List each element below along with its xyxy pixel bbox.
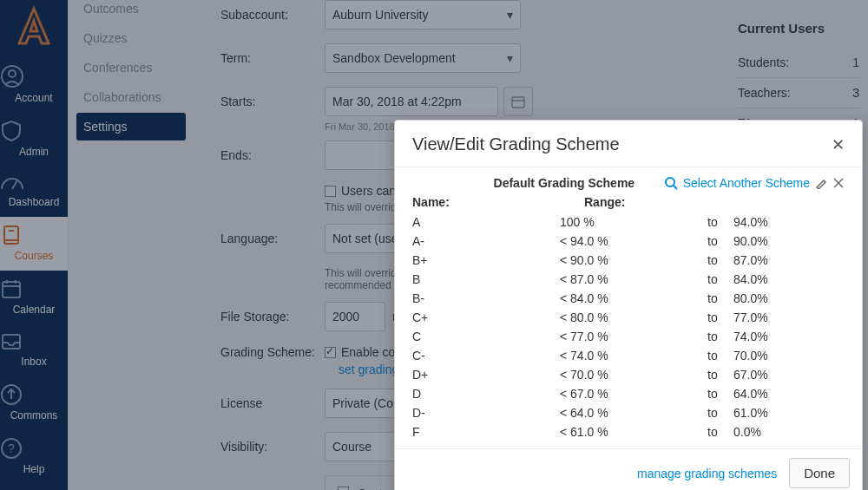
scheme-row: B< 87.0 %to84.0% xyxy=(412,270,845,289)
to-word: to xyxy=(707,368,733,382)
select-another-scheme-link[interactable]: Select Another Scheme xyxy=(683,176,810,190)
grade-name: B+ xyxy=(412,253,560,267)
grading-scheme-modal: View/Edit Grading Scheme ✕ Default Gradi… xyxy=(394,120,863,490)
grade-name: B xyxy=(412,272,560,286)
scheme-title: Default Grading Scheme xyxy=(464,176,664,190)
to-word: to xyxy=(707,272,733,286)
to-word: to xyxy=(707,406,733,420)
grade-to: 77.0% xyxy=(733,310,768,324)
grade-from: < 64.0 % xyxy=(560,406,707,420)
grade-to: 90.0% xyxy=(733,234,768,248)
scheme-row: D-< 64.0 %to61.0% xyxy=(412,403,845,422)
grade-name: A xyxy=(412,215,560,229)
to-word: to xyxy=(707,253,733,267)
to-word: to xyxy=(707,234,733,248)
grade-to: 84.0% xyxy=(733,272,768,286)
grade-from: < 80.0 % xyxy=(560,310,707,324)
done-button[interactable]: Done xyxy=(789,458,850,488)
grade-from: < 84.0 % xyxy=(560,291,707,305)
grade-name: C+ xyxy=(412,310,560,324)
grade-name: A- xyxy=(412,234,560,248)
close-icon[interactable]: ✕ xyxy=(832,135,845,154)
grade-to: 74.0% xyxy=(733,330,768,343)
scheme-row: B+< 90.0 %to87.0% xyxy=(412,251,845,270)
to-word: to xyxy=(707,291,733,305)
scheme-rows: A100 %to94.0%A-< 94.0 %to90.0%B+< 90.0 %… xyxy=(412,212,845,441)
edit-icon[interactable] xyxy=(815,177,827,189)
to-word: to xyxy=(707,330,733,343)
grade-to: 87.0% xyxy=(733,253,768,267)
grade-to: 94.0% xyxy=(733,215,768,229)
col-name: Name: xyxy=(412,195,560,209)
grade-from: < 74.0 % xyxy=(560,349,707,363)
scheme-row: C< 77.0 %to74.0% xyxy=(412,327,845,346)
grade-name: D- xyxy=(412,406,560,420)
to-word: to xyxy=(707,215,733,229)
scheme-row: C-< 74.0 %to70.0% xyxy=(412,346,845,365)
grade-name: B- xyxy=(412,291,560,305)
grade-from: 100 % xyxy=(560,215,707,229)
modal-title: View/Edit Grading Scheme xyxy=(412,134,620,154)
grade-name: F xyxy=(412,425,560,439)
grade-to: 0.0% xyxy=(733,425,761,439)
grade-to: 64.0% xyxy=(733,387,768,401)
grade-name: C xyxy=(412,330,560,343)
grade-from: < 70.0 % xyxy=(560,368,707,382)
grade-from: < 87.0 % xyxy=(560,272,707,286)
scheme-row: A100 %to94.0% xyxy=(412,212,845,232)
scheme-row: A-< 94.0 %to90.0% xyxy=(412,232,845,251)
svg-point-18 xyxy=(666,178,674,186)
scheme-columns: Name: Range: xyxy=(412,195,845,209)
scheme-row: D< 67.0 %to64.0% xyxy=(412,384,845,403)
to-word: to xyxy=(707,310,733,324)
col-range: Range: xyxy=(560,195,733,209)
svg-line-19 xyxy=(674,186,677,189)
manage-schemes-link[interactable]: manage grading schemes xyxy=(637,467,777,480)
scheme-row: B-< 84.0 %to80.0% xyxy=(412,289,845,308)
grade-name: D xyxy=(412,387,560,401)
search-icon xyxy=(664,176,678,190)
grade-from: < 61.0 % xyxy=(560,425,707,439)
grade-to: 61.0% xyxy=(733,406,768,420)
grade-name: D+ xyxy=(412,368,560,382)
grade-name: C- xyxy=(412,349,560,363)
scheme-row: C+< 80.0 %to77.0% xyxy=(412,308,845,327)
grade-from: < 90.0 % xyxy=(560,253,707,267)
to-word: to xyxy=(707,387,733,401)
grade-from: < 67.0 % xyxy=(560,387,707,401)
grade-from: < 94.0 % xyxy=(560,234,707,248)
scheme-row: D+< 70.0 %to67.0% xyxy=(412,365,845,384)
to-word: to xyxy=(707,349,733,363)
delete-icon[interactable] xyxy=(832,177,845,189)
grade-to: 67.0% xyxy=(733,368,768,382)
grade-from: < 77.0 % xyxy=(560,330,707,343)
to-word: to xyxy=(707,425,733,439)
grade-to: 70.0% xyxy=(733,349,768,363)
grade-to: 80.0% xyxy=(733,291,768,305)
scheme-row: F< 61.0 %to0.0% xyxy=(412,422,845,441)
